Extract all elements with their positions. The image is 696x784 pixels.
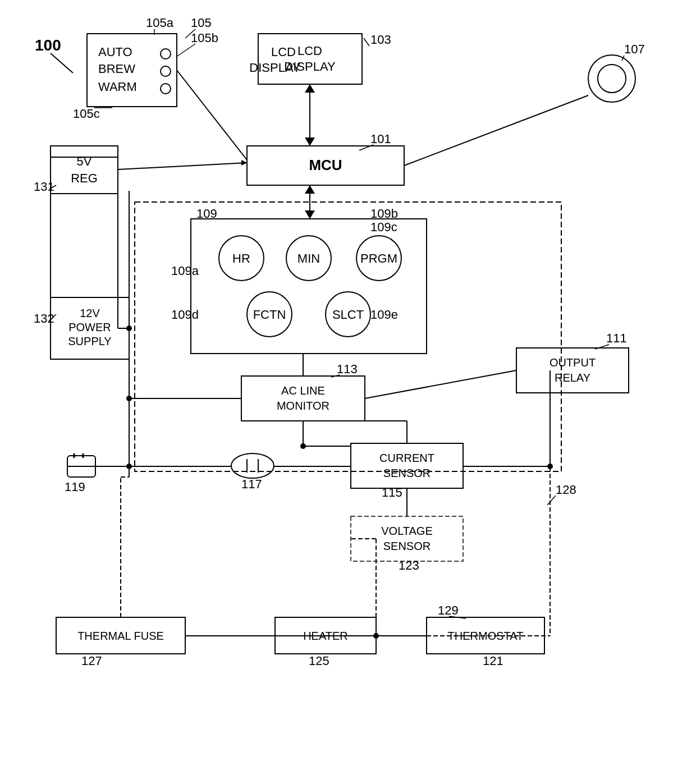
reg5v-box [51, 146, 118, 194]
ref-128: 128 [556, 483, 576, 497]
ac-line-monitor [241, 376, 365, 421]
btn-warm-label: WARM [98, 80, 137, 94]
ref-105c: 105c [73, 107, 100, 121]
ref-109: 109 [196, 207, 217, 221]
ref-113: 113 [337, 362, 358, 376]
ref-109b: 109b [370, 207, 398, 221]
supply-label-1: 12V [80, 307, 100, 319]
ref-109a: 109a [171, 264, 199, 278]
ref-131: 131 [34, 180, 54, 194]
ac-monitor-label-1: AC LINE [281, 384, 325, 397]
buzzer-inner [598, 65, 626, 93]
output-relay [516, 348, 629, 393]
junction-1 [126, 325, 132, 331]
ref-115: 115 [382, 485, 402, 499]
btn-prgm-label: PRGM [360, 251, 397, 265]
thermostat-label: THERMOSTAT [448, 630, 524, 642]
lcd-text-2: DISPLAY [284, 59, 336, 74]
ref-109e: 109e [370, 308, 398, 322]
relay-label-2: RELAY [555, 372, 590, 384]
reg5v-label-2: REG [71, 171, 98, 185]
btn-auto-label: AUTO [98, 45, 132, 59]
supply-label-2: POWER [68, 321, 111, 333]
btn-hr-label: HR [232, 251, 250, 265]
btn-auto-indicator [161, 49, 171, 59]
lcd-label-1: LCD [271, 45, 296, 59]
voltage-sensor-label-2: SENSOR [383, 540, 431, 552]
ref-119: 119 [65, 480, 85, 494]
ref-109c: 109c [370, 220, 397, 234]
ref-100: 100 [35, 36, 61, 54]
ac-monitor-label-2: MONITOR [277, 400, 329, 412]
btn-brew-label: BREW [98, 62, 135, 76]
btn-brew-indicator [161, 66, 171, 76]
ref-125: 125 [309, 654, 329, 668]
lcd-display [258, 34, 362, 84]
junction-5 [126, 396, 132, 401]
btn-min-label: MIN [297, 251, 320, 265]
ref-105a: 105a [146, 16, 174, 30]
ref-127: 127 [81, 654, 102, 668]
ref-117: 117 [241, 477, 262, 491]
ref-111: 111 [606, 331, 627, 345]
ref-129: 129 [438, 603, 459, 617]
current-sensor-label-2: SENSOR [383, 467, 431, 479]
current-sensor [351, 443, 463, 488]
btn-slct-label: SLCT [332, 308, 364, 322]
mcu-label: MCU [309, 157, 342, 173]
ref-105: 105 [191, 16, 212, 30]
lcd-text-1: LCD [297, 44, 322, 58]
thermal-fuse-label: THERMAL FUSE [77, 630, 164, 642]
ref-105b: 105b [191, 31, 218, 45]
ref-109d: 109d [171, 308, 199, 322]
reg5v-label-1: 5V [77, 154, 92, 168]
fuse-symbol [231, 453, 274, 478]
relay-label-1: OUTPUT [550, 356, 596, 369]
ref-107: 107 [624, 42, 645, 56]
ref-123: 123 [399, 558, 419, 572]
ref-101: 101 [370, 132, 391, 146]
btn-warm-indicator [161, 84, 171, 94]
junction-6 [373, 633, 379, 639]
ref-132: 132 [34, 311, 54, 325]
supply-label-3: SUPPLY [68, 335, 111, 347]
btn-fctn-label: FCTN [253, 308, 286, 322]
ref-121: 121 [483, 654, 503, 668]
voltage-sensor-label-1: VOLTAGE [381, 525, 433, 537]
current-sensor-label-1: CURRENT [379, 452, 434, 464]
ref-103: 103 [370, 33, 391, 47]
